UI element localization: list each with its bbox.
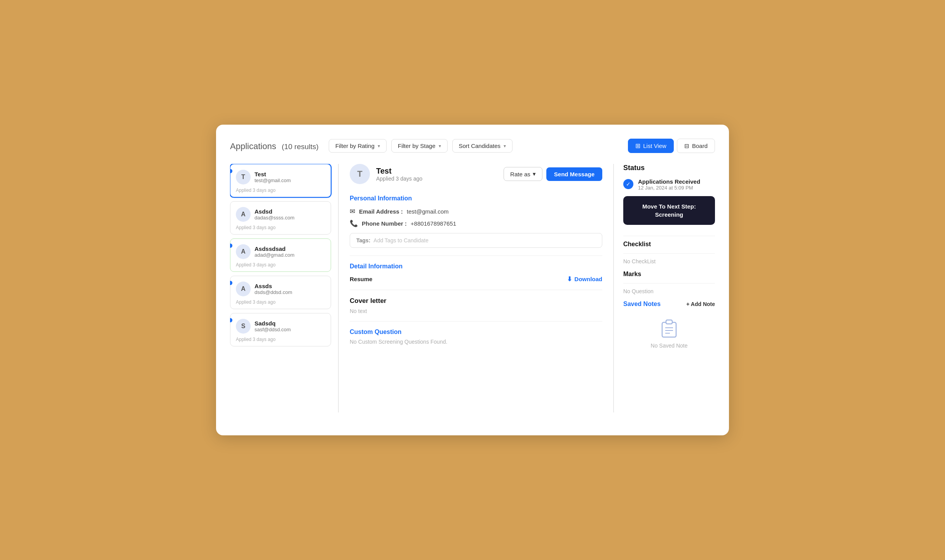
candidate-info: Sadsdq sasf@ddsd.com xyxy=(255,320,325,332)
unread-dot xyxy=(230,281,232,285)
divider xyxy=(350,256,602,256)
title-text: Applications xyxy=(230,141,276,151)
no-marks: No Question xyxy=(623,288,715,294)
candidate-applied: Applied 3 days ago xyxy=(236,299,325,305)
avatar: A xyxy=(236,282,251,296)
saved-notes-title: Saved Notes xyxy=(623,301,661,308)
candidate-info: Asdssdsad adad@gmad.com xyxy=(255,245,325,258)
filter-stage-btn[interactable]: Filter by Stage ▾ xyxy=(391,139,448,153)
phone-value: +88016789876​51 xyxy=(411,220,456,227)
svg-rect-1 xyxy=(666,320,672,324)
svg-rect-0 xyxy=(662,322,676,337)
candidate-applied: Applied 3 days ago xyxy=(236,188,325,193)
cover-letter-title: Cover letter xyxy=(350,297,602,305)
list-view-label: List View xyxy=(643,143,666,149)
candidate-name: Sadsdq xyxy=(255,320,325,327)
candidate-applied: Applied 3 days ago xyxy=(236,262,325,268)
page-title: Applications (10 results) xyxy=(230,140,322,152)
candidate-email: dadas@ssss.com xyxy=(255,215,325,221)
sort-candidates-btn[interactable]: Sort Candidates ▾ xyxy=(452,139,513,153)
detail-name-area: Test Applied 3 days ago xyxy=(376,167,497,182)
candidate-name: Assds xyxy=(255,283,325,289)
email-icon: ✉ xyxy=(350,207,355,216)
candidate-info: Test test@gmail.com xyxy=(255,171,325,183)
board-icon: ⊟ xyxy=(684,143,689,150)
results-count: (10 results) xyxy=(282,143,319,151)
checklist-title: Checklist xyxy=(623,241,715,248)
panel-divider xyxy=(623,283,715,283)
chevron-down-icon: ▾ xyxy=(504,143,506,149)
marks-title: Marks xyxy=(623,271,715,278)
main-card: Applications (10 results) Filter by Rati… xyxy=(216,125,729,435)
detail-applied: Applied 3 days ago xyxy=(376,176,497,182)
detail-avatar: T xyxy=(350,164,370,184)
list-view-icon: ⊞ xyxy=(635,142,640,150)
phone-row: 📞 Phone Number : +88016789876​51 xyxy=(350,219,602,228)
download-icon: ⬇ xyxy=(567,275,572,283)
detail-panel: T Test Applied 3 days ago Rate as ▾ Send… xyxy=(339,164,614,412)
chevron-down-icon: ▾ xyxy=(439,143,441,149)
filter-rating-btn[interactable]: Filter by Rating ▾ xyxy=(329,139,387,153)
candidate-card[interactable]: A Asdssdsad adad@gmad.com Applied 3 days… xyxy=(230,238,331,272)
email-row: ✉ Email Address : test@gmail.com xyxy=(350,207,602,216)
no-custom-question: No Custom Screening Questions Found. xyxy=(350,339,602,345)
board-view-btn[interactable]: ⊟ Board xyxy=(677,139,715,153)
phone-icon: 📞 xyxy=(350,219,358,228)
board-label: Board xyxy=(692,143,708,149)
phone-label: Phone Number : xyxy=(362,220,407,227)
status-heading: Status xyxy=(623,164,715,172)
rate-as-btn[interactable]: Rate as ▾ xyxy=(504,167,542,181)
panel-divider xyxy=(623,236,715,236)
unread-dot xyxy=(230,169,232,173)
candidate-name: Test xyxy=(255,171,325,177)
notes-empty: No Saved Note xyxy=(623,317,715,349)
candidate-email: test@gmail.com xyxy=(255,177,325,183)
resume-label: Resume xyxy=(350,276,372,282)
filter-stage-label: Filter by Stage xyxy=(398,143,436,149)
add-note-btn[interactable]: + Add Note xyxy=(686,301,715,307)
candidate-card[interactable]: T Test test@gmail.com Applied 3 days ago xyxy=(230,164,331,197)
header: Applications (10 results) Filter by Rati… xyxy=(230,139,715,153)
candidate-email: dsds@ddsd.com xyxy=(255,289,325,295)
candidate-card[interactable]: A Asdsd dadas@ssss.com Applied 3 days ag… xyxy=(230,201,331,235)
candidate-email: adad@gmad.com xyxy=(255,252,325,258)
no-checklist: No CheckList xyxy=(623,258,715,264)
avatar: A xyxy=(236,207,251,222)
clipboard-icon xyxy=(658,317,680,339)
candidate-header: T Test test@gmail.com xyxy=(236,170,325,184)
resume-row: Resume ⬇ Download xyxy=(350,275,602,283)
status-info: Applications Received 12 Jan, 2024 at 5:… xyxy=(638,178,700,191)
status-item: ✓ Applications Received 12 Jan, 2024 at … xyxy=(623,178,715,191)
move-btn-line1: Move To Next Step: xyxy=(642,203,696,210)
candidate-list: T Test test@gmail.com Applied 3 days ago… xyxy=(230,164,339,412)
status-panel: Status ✓ Applications Received 12 Jan, 2… xyxy=(614,164,715,412)
detail-header: T Test Applied 3 days ago Rate as ▾ Send… xyxy=(350,164,602,184)
chevron-down-icon: ▾ xyxy=(533,170,536,177)
move-to-next-step-btn[interactable]: Move To Next Step: Screening xyxy=(623,196,715,225)
status-label: Applications Received xyxy=(638,178,700,185)
status-date: 12 Jan, 2024 at 5:09 PM xyxy=(638,185,700,191)
list-view-btn[interactable]: ⊞ List View xyxy=(628,139,674,153)
candidate-header: A Asdssdsad adad@gmad.com xyxy=(236,244,325,259)
detail-actions: Rate as ▾ Send Message xyxy=(504,167,602,181)
candidate-card[interactable]: S Sadsdq sasf@ddsd.com Applied 3 days ag… xyxy=(230,313,331,346)
divider xyxy=(350,321,602,322)
header-filters: Filter by Rating ▾ Filter by Stage ▾ Sor… xyxy=(329,139,715,153)
tags-row[interactable]: Tags: Add Tags to Candidate xyxy=(350,233,602,248)
download-btn[interactable]: ⬇ Download xyxy=(567,275,602,283)
candidate-name: Asdsd xyxy=(255,208,325,215)
no-text: No text xyxy=(350,308,602,314)
candidate-card[interactable]: A Assds dsds@ddsd.com Applied 3 days ago xyxy=(230,276,331,309)
candidate-header: A Assds dsds@ddsd.com xyxy=(236,282,325,296)
candidate-name: Asdssdsad xyxy=(255,245,325,252)
send-message-label: Send Message xyxy=(554,171,595,177)
rate-as-label: Rate as xyxy=(510,171,530,177)
tags-label: Tags: xyxy=(356,237,370,243)
candidate-info: Asdsd dadas@ssss.com xyxy=(255,208,325,221)
avatar: T xyxy=(236,170,251,184)
unread-dot xyxy=(230,243,232,248)
send-message-btn[interactable]: Send Message xyxy=(546,167,602,181)
filter-rating-label: Filter by Rating xyxy=(335,143,375,149)
saved-notes-header: Saved Notes + Add Note xyxy=(623,301,715,308)
status-check-icon: ✓ xyxy=(623,179,633,189)
